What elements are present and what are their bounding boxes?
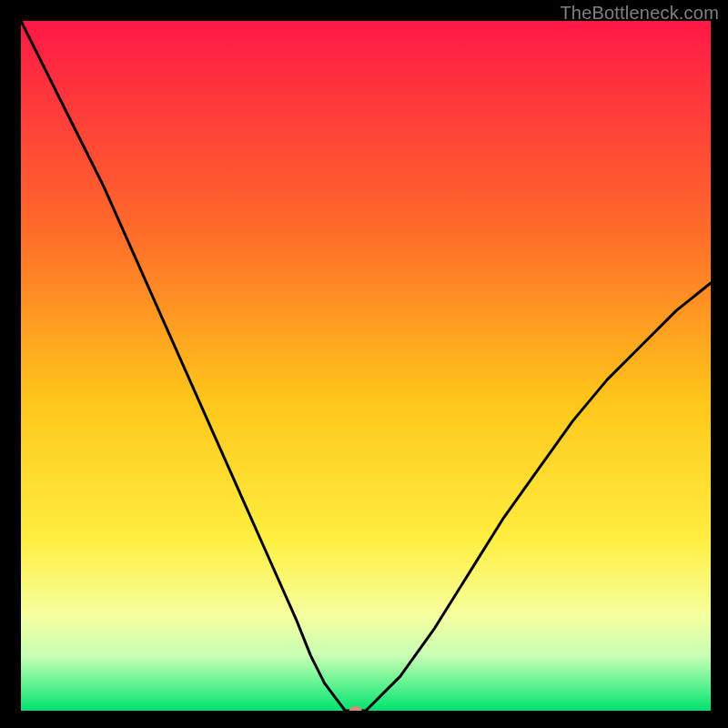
gradient-background	[21, 21, 711, 711]
plot-area	[21, 21, 711, 711]
plot-svg	[21, 21, 711, 711]
chart-frame: TheBottleneck.com	[0, 0, 728, 728]
attribution-label: TheBottleneck.com	[560, 3, 719, 24]
